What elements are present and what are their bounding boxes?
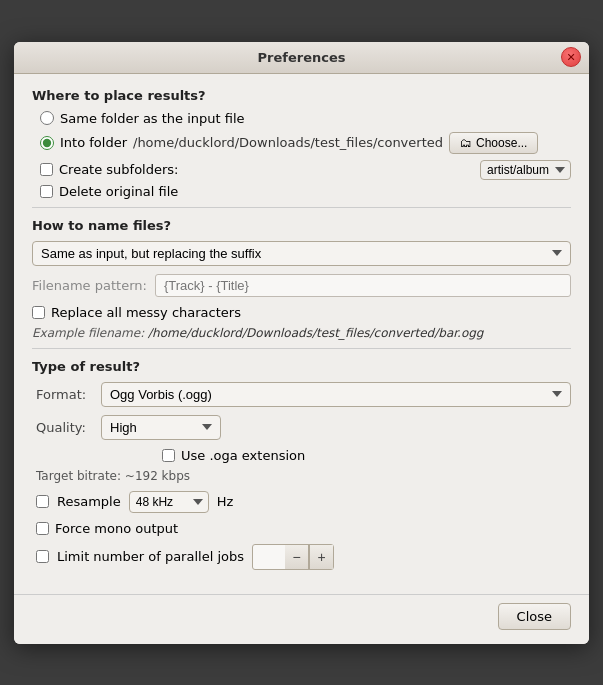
close-button[interactable]: Close <box>498 603 571 630</box>
bitrate-line: Target bitrate: ~192 kbps <box>36 469 571 483</box>
mono-output-checkbox[interactable] <box>36 522 49 535</box>
radio-same-label: Same folder as the input file <box>60 111 245 126</box>
quality-row: Quality: High <box>36 415 571 440</box>
preferences-dialog: Preferences ✕ Where to place results? Sa… <box>14 42 589 644</box>
parallel-jobs-label: Limit number of parallel jobs <box>57 549 244 564</box>
filename-pattern-label: Filename pattern: <box>32 278 147 293</box>
example-text-label: Example filename: <box>32 326 144 340</box>
naming-style-dropdown[interactable]: Same as input, but replacing the suffix <box>32 241 571 266</box>
quality-label: Quality: <box>36 420 91 435</box>
section2-header: How to name files? <box>32 218 571 233</box>
format-row: Format: Ogg Vorbis (.ogg) <box>36 382 571 407</box>
quality-dropdown[interactable]: High <box>101 415 221 440</box>
choose-label: Choose... <box>476 136 527 150</box>
messy-row: Replace all messy characters <box>32 305 571 320</box>
dialog-content: Where to place results? Same folder as t… <box>14 74 589 594</box>
oga-extension-checkbox[interactable] <box>162 449 175 462</box>
format-label: Format: <box>36 387 91 402</box>
oga-extension-label: Use .oga extension <box>181 448 305 463</box>
mono-row: Force mono output <box>36 521 571 536</box>
parallel-jobs-control: 1 − + <box>252 544 334 570</box>
radio-same-row: Same folder as the input file <box>40 111 571 126</box>
hz-dropdown[interactable]: 48 kHz <box>129 491 209 513</box>
subfolder-label: Create subfolders: <box>59 162 178 177</box>
radio-into-folder[interactable] <box>40 136 54 150</box>
dialog-title: Preferences <box>258 50 346 65</box>
divider2 <box>32 348 571 349</box>
titlebar: Preferences ✕ <box>14 42 589 74</box>
parallel-row: Limit number of parallel jobs 1 − + <box>36 544 571 570</box>
mono-output-label: Force mono output <box>55 521 178 536</box>
messy-chars-checkbox[interactable] <box>32 306 45 319</box>
filename-row: Filename pattern: <box>32 274 571 297</box>
dialog-footer: Close <box>14 594 589 644</box>
subfolder-left: Create subfolders: <box>40 162 178 177</box>
parallel-jobs-input[interactable]: 1 <box>253 547 285 566</box>
parallel-jobs-decrement[interactable]: − <box>285 545 309 569</box>
resample-row: Resample 48 kHz Hz <box>36 491 571 513</box>
example-line: Example filename: /home/ducklord/Downloa… <box>32 326 571 340</box>
resample-checkbox[interactable] <box>36 495 49 508</box>
subfolder-row: Create subfolders: artist/album <box>40 160 571 180</box>
section3-header: Type of result? <box>32 359 571 374</box>
window-close-button[interactable]: ✕ <box>561 47 581 67</box>
divider1 <box>32 207 571 208</box>
subfolder-type-dropdown[interactable]: artist/album <box>480 160 571 180</box>
radio-into-row: Into folder /home/ducklord/Downloads/tes… <box>40 132 571 154</box>
section1-header: Where to place results? <box>32 88 571 103</box>
parallel-jobs-checkbox[interactable] <box>36 550 49 563</box>
radio-same-folder[interactable] <box>40 111 54 125</box>
format-dropdown[interactable]: Ogg Vorbis (.ogg) <box>101 382 571 407</box>
filename-pattern-input[interactable] <box>155 274 571 297</box>
oga-row: Use .oga extension <box>162 448 571 463</box>
radio-into-label: Into folder <box>60 135 127 150</box>
delete-row: Delete original file <box>40 184 571 199</box>
subfolder-checkbox[interactable] <box>40 163 53 176</box>
messy-chars-label: Replace all messy characters <box>51 305 241 320</box>
hz-unit: Hz <box>217 494 234 509</box>
delete-label: Delete original file <box>59 184 178 199</box>
choose-folder-button[interactable]: 🗂 Choose... <box>449 132 538 154</box>
choose-icon: 🗂 <box>460 136 472 150</box>
delete-original-checkbox[interactable] <box>40 185 53 198</box>
folder-path-text: /home/ducklord/Downloads/test_files/conv… <box>133 135 443 150</box>
parallel-jobs-increment[interactable]: + <box>309 545 333 569</box>
example-path: /home/ducklord/Downloads/test_files/conv… <box>148 326 483 340</box>
resample-label: Resample <box>57 494 121 509</box>
